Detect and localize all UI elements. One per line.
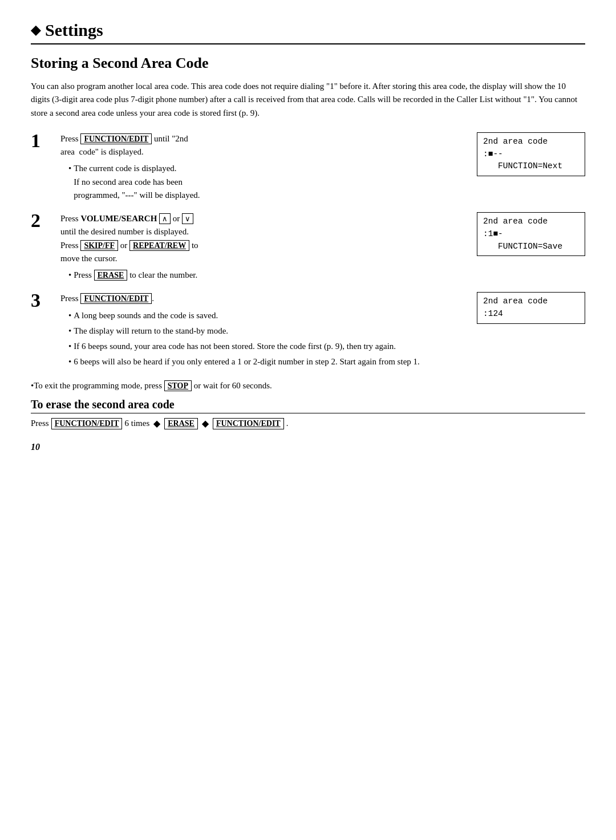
erase-instruction: Press FUNCTION/EDIT 6 times ◆ ERASE ◆ FU… bbox=[31, 418, 585, 429]
step-3-bullet-2: • The display will return to the stand-b… bbox=[68, 324, 454, 338]
subsection-title: To erase the second area code bbox=[31, 398, 585, 413]
step-3-screen: 2nd area code :124 bbox=[454, 292, 585, 324]
dn-arrow-btn: ∨ bbox=[182, 213, 193, 224]
header-arrow: ◆ bbox=[31, 23, 40, 38]
step2-repeatrew-btn: REPEAT/REW bbox=[129, 240, 189, 251]
lcd1-line3: FUNCTION=Next bbox=[483, 160, 579, 173]
volume-search-label: VOLUME/SEARCH bbox=[80, 214, 157, 223]
step-3-instruction: Press FUNCTION/EDIT. bbox=[60, 292, 454, 305]
step-3-number: 3 bbox=[31, 290, 60, 311]
step-1-content: Press FUNCTION/EDIT until "2ndarea code"… bbox=[60, 132, 454, 202]
step-2-instruction: Press VOLUME/SEARCH ∧ or ∨ until the des… bbox=[60, 212, 454, 265]
steps-container: 1 Press FUNCTION/EDIT until "2ndarea cod… bbox=[31, 132, 585, 369]
bottom-note: •To exit the programming mode, press STO… bbox=[31, 379, 585, 392]
step-3-bullet-3: • If 6 beeps sound, your area code has n… bbox=[68, 340, 454, 353]
step-2-bullet-1: • Press ERASE to clear the number. bbox=[68, 269, 454, 282]
step-3-bullet-1: • A long beep sounds and the code is sav… bbox=[68, 309, 454, 322]
step-2-screen: 2nd area code :1■- FUNCTION=Save bbox=[454, 212, 585, 256]
intro-paragraph: You can also program another local area … bbox=[31, 80, 585, 120]
up-arrow-btn: ∧ bbox=[159, 213, 171, 224]
lcd2-line3: FUNCTION=Save bbox=[483, 241, 579, 253]
lcd2-line2: :1■- bbox=[483, 228, 579, 241]
step2-skipff-btn: SKIP/FF bbox=[80, 240, 118, 251]
step-1-instruction: Press FUNCTION/EDIT until "2ndarea code"… bbox=[60, 132, 454, 159]
lcd1-line1: 2nd area code bbox=[483, 136, 579, 148]
lcd-screen-2: 2nd area code :1■- FUNCTION=Save bbox=[477, 212, 585, 256]
step2-erase-btn: ERASE bbox=[94, 270, 128, 281]
lcd-screen-3: 2nd area code :124 bbox=[477, 292, 585, 324]
lcd3-line1: 2nd area code bbox=[483, 295, 579, 308]
step1-function-edit-btn: FUNCTION/EDIT bbox=[80, 133, 152, 144]
lcd1-line2: :■-- bbox=[483, 148, 579, 161]
bullet-icon: • bbox=[68, 162, 71, 175]
page-number: 10 bbox=[31, 442, 585, 452]
bullet-icon: • bbox=[68, 324, 71, 338]
step-2-content: Press VOLUME/SEARCH ∧ or ∨ until the des… bbox=[60, 212, 454, 282]
erase-erase-btn: ERASE bbox=[164, 418, 198, 429]
page-header-title: Settings bbox=[45, 21, 103, 40]
step3-function-edit-btn: FUNCTION/EDIT bbox=[80, 293, 152, 304]
erase-function-edit-1-btn: FUNCTION/EDIT bbox=[51, 418, 123, 429]
lcd3-line2: :124 bbox=[483, 308, 579, 320]
bullet-icon: • bbox=[68, 269, 71, 282]
bullet-icon: • bbox=[68, 309, 71, 322]
section-title: Storing a Second Area Code bbox=[31, 55, 585, 72]
seq-arrow-2: ◆ bbox=[202, 419, 209, 429]
step-1-row: 1 Press FUNCTION/EDIT until "2ndarea cod… bbox=[31, 132, 585, 202]
seq-arrow-1: ◆ bbox=[153, 419, 160, 429]
step-1-number: 1 bbox=[31, 130, 60, 151]
step-3-row: 3 Press FUNCTION/EDIT. • A long beep sou… bbox=[31, 292, 585, 368]
bottom-stop-btn: STOP bbox=[164, 380, 192, 391]
lcd-screen-1: 2nd area code :■-- FUNCTION=Next bbox=[477, 132, 585, 176]
lcd2-line1: 2nd area code bbox=[483, 216, 579, 228]
erase-function-edit-2-btn: FUNCTION/EDIT bbox=[213, 418, 284, 429]
step-2-row: 2 Press VOLUME/SEARCH ∧ or ∨ until the d… bbox=[31, 212, 585, 282]
page-header: ◆ Settings bbox=[31, 21, 585, 44]
step-3-content: Press FUNCTION/EDIT. • A long beep sound… bbox=[60, 292, 454, 368]
bullet-icon: • bbox=[68, 355, 71, 368]
step-1-bullet-1: • The current code is displayed.If no se… bbox=[68, 162, 454, 202]
step-2-number: 2 bbox=[31, 210, 60, 231]
step-1-screen: 2nd area code :■-- FUNCTION=Next bbox=[454, 132, 585, 176]
bullet-icon: • bbox=[68, 340, 71, 353]
step-3-bullet-4: • 6 beeps will also be heard if you only… bbox=[68, 355, 454, 368]
